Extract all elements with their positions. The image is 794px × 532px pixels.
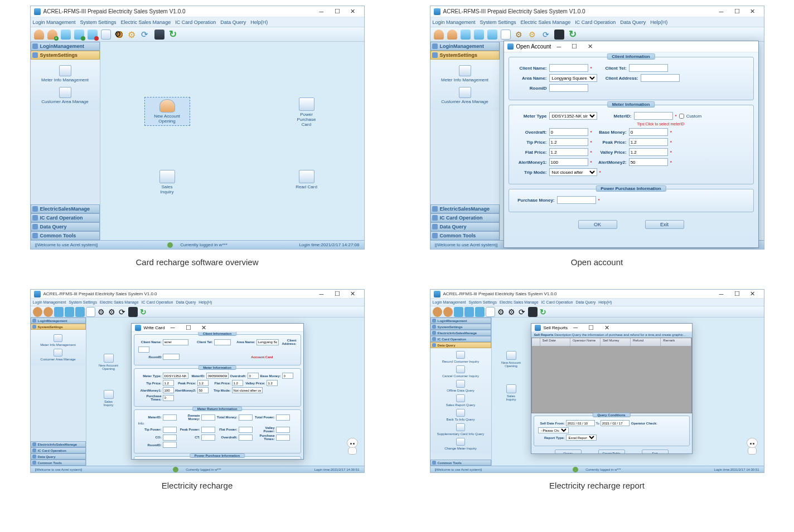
sidebar-group-query[interactable]: Data Query (430, 222, 500, 231)
desk-power-card[interactable]: Power Purchase Card (284, 97, 329, 127)
close-button[interactable]: ✕ (745, 7, 761, 17)
sidebar-group-tools[interactable]: Common Tools (31, 231, 100, 240)
report-type-select[interactable]: Excel Reports (566, 435, 597, 441)
dialog-minimize[interactable]: ─ (165, 323, 181, 333)
desk-new-account[interactable]: New Account Opening (95, 354, 123, 370)
tb-card-add-icon[interactable] (65, 307, 74, 316)
desk-new-account[interactable]: New Account Opening (497, 351, 525, 368)
sidebar-group-card[interactable]: IC Card Operation (31, 213, 100, 222)
date-to-input[interactable] (601, 420, 630, 426)
sidebar-group-sales[interactable]: ElectricSalesManage (430, 204, 500, 213)
sidebar-item-record-customer[interactable]: Record Customer Inquiry (430, 350, 491, 364)
tb-report-icon[interactable] (100, 28, 112, 41)
tb-gear-icon[interactable]: ⚙ (107, 307, 117, 316)
tb-wheel-icon[interactable]: ⚙ (513, 28, 525, 41)
minimize-button[interactable]: ─ (314, 289, 330, 299)
desk-sales-inquiry[interactable]: Sales Inquiry (497, 384, 525, 401)
tb-report-icon[interactable] (86, 307, 95, 316)
tip-price-input[interactable] (549, 138, 588, 146)
tb-gear-icon[interactable]: ⚙ (507, 307, 516, 316)
sidebar-item-meter-info[interactable]: Meter Info Management (31, 333, 86, 348)
tb-reload-icon[interactable]: ↻ (567, 28, 579, 41)
menu-settings[interactable]: System Settings (80, 19, 117, 25)
menu-login[interactable]: Login Management (33, 19, 76, 25)
sidebar-item-customer-area[interactable]: Customer Area Manage (430, 85, 500, 106)
tb-wheel-icon[interactable]: ⚙ (96, 307, 106, 316)
dialog-minimize[interactable]: ─ (568, 323, 583, 333)
exit-button[interactable]: Exit (642, 450, 669, 453)
alert2-input[interactable] (629, 158, 668, 166)
sidebar-item-change-meter[interactable]: Change Meter Inquiry (430, 437, 491, 451)
tb-card-icon[interactable] (454, 307, 463, 316)
sidebar-group-card[interactable]: IC Card Operation (430, 213, 500, 222)
tb-user-icon[interactable] (33, 28, 45, 41)
sidebar-item-offline-data[interactable]: Offline Data Query (430, 379, 491, 393)
sidebar-item-customer-area[interactable]: Customer Area Manage (31, 348, 86, 362)
base-money-input[interactable] (629, 128, 668, 136)
client-addr-input[interactable] (641, 74, 680, 82)
tb-report-icon[interactable] (486, 307, 495, 316)
menu-card[interactable]: IC Card Operation (575, 19, 616, 25)
desk-sales-inquiry[interactable]: Sales Inquiry (145, 170, 190, 194)
tb-wheel-icon[interactable]: ⚙ (113, 28, 125, 41)
sidebar-item-customer-area[interactable]: Customer Area Manage (31, 85, 100, 106)
menu-login[interactable]: Login Management (433, 19, 476, 25)
tb-user-add-icon[interactable] (443, 307, 453, 316)
exit-button[interactable]: Exit (645, 220, 684, 229)
tb-card-add-icon[interactable] (73, 28, 85, 41)
close-button[interactable]: ✕ (345, 7, 361, 17)
close-button[interactable]: ✕ (745, 289, 761, 299)
area-name-select[interactable]: Longyang Square (549, 74, 597, 82)
dialog-close[interactable]: ✕ (599, 323, 614, 333)
tb-card-icon[interactable] (54, 307, 64, 316)
client-addr-input[interactable] (138, 346, 149, 353)
tb-user-add-icon[interactable] (446, 28, 458, 41)
sidebar-item-meter-info[interactable]: Meter Info Management (31, 63, 100, 85)
tb-user-icon[interactable] (433, 307, 442, 316)
tb-user-add-icon[interactable]: + (46, 28, 59, 41)
meter-type-select[interactable]: DDSY1352-NK sing (549, 112, 597, 120)
sidebar-item-sales-report[interactable]: Sales Report Query (430, 393, 491, 408)
tb-calc-icon[interactable] (128, 307, 138, 316)
dialog-close[interactable]: ✕ (196, 323, 212, 333)
tb-user-icon[interactable] (33, 307, 42, 316)
col-money[interactable]: Sell Money (601, 338, 631, 346)
client-name-input[interactable] (163, 339, 188, 345)
maximize-button[interactable]: ☐ (330, 7, 345, 17)
menu-sales[interactable]: Electric Sales Manage (521, 19, 571, 25)
sidebar-item-meter-info[interactable]: Meter Info Management (430, 63, 500, 85)
meter-id-input[interactable] (634, 112, 673, 120)
tb-refresh-icon[interactable]: ⟳ (540, 28, 552, 41)
sidebar-group-settings[interactable]: SystemSettings (31, 51, 100, 60)
peak-price-input[interactable] (629, 138, 668, 146)
sidebar-group-query[interactable]: Data Query (31, 222, 100, 231)
sidebar-group-login[interactable]: LoginManagement (31, 42, 100, 51)
menu-query[interactable]: Data Query (220, 19, 246, 25)
tb-gear-icon[interactable]: ⚙ (526, 28, 539, 41)
tb-reload-icon[interactable]: ↻ (167, 28, 179, 41)
dialog-maximize[interactable]: ☐ (583, 323, 599, 333)
tb-card-remove-icon[interactable] (475, 307, 485, 316)
client-name-input[interactable] (549, 64, 588, 72)
tb-report-icon[interactable] (500, 28, 512, 41)
col-operator[interactable]: Operator Name (570, 338, 601, 346)
desk-new-account[interactable]: New Account Opening (145, 97, 190, 125)
tb-reload-icon[interactable]: ↻ (539, 307, 548, 316)
tb-calc-icon[interactable] (153, 28, 166, 41)
client-tel-input[interactable] (629, 64, 668, 72)
query-button[interactable]: Query (555, 450, 582, 453)
tb-card-add-icon[interactable] (473, 28, 485, 41)
tb-gear-icon[interactable]: ⚙ (127, 28, 139, 41)
operator-select[interactable]: --Please Choo (538, 427, 569, 433)
minimize-button[interactable]: ─ (714, 7, 729, 17)
tb-calc-icon[interactable] (553, 28, 565, 41)
date-from-input[interactable] (566, 420, 595, 426)
tb-refresh-icon[interactable]: ⟳ (517, 307, 527, 316)
valley-price-input[interactable] (629, 148, 668, 156)
minimize-button[interactable]: ─ (714, 289, 729, 299)
client-tel-input[interactable] (214, 339, 231, 345)
alert1-input[interactable] (549, 158, 588, 166)
menu-sales[interactable]: Electric Sales Manage (121, 19, 171, 25)
room-id-input[interactable] (549, 84, 588, 92)
tb-card-remove-icon[interactable] (75, 307, 85, 316)
